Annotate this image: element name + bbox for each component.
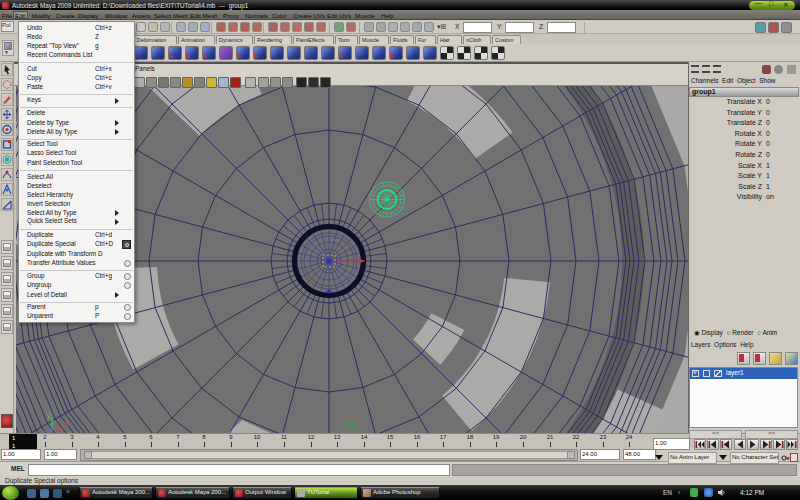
svg-text:x: x xyxy=(64,419,68,428)
svg-text:top: top xyxy=(345,421,355,430)
svg-text:y: y xyxy=(47,411,51,420)
